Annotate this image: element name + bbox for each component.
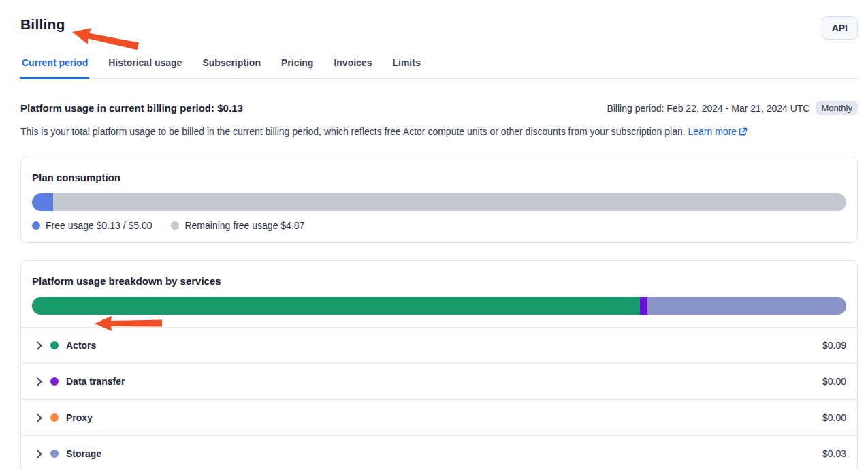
proxy-dot: [50, 413, 59, 422]
api-button[interactable]: API: [822, 16, 858, 40]
service-amount: $0.00: [822, 412, 846, 423]
breakdown-segment-data-transfer: [640, 297, 647, 315]
service-row-proxy[interactable]: Proxy $0.00: [21, 399, 857, 435]
service-row-storage[interactable]: Storage $0.03: [21, 435, 857, 470]
service-label: Data transfer: [66, 376, 125, 387]
plan-consumption-card: Plan consumption Free usage $0.13 / $5.0…: [20, 157, 858, 243]
chevron-right-icon: [33, 377, 42, 386]
chevron-right-icon: [33, 341, 42, 350]
service-label: Proxy: [66, 412, 93, 423]
service-row-data-transfer[interactable]: Data transfer $0.00: [21, 363, 857, 399]
remaining-usage-dot: [171, 221, 179, 230]
plan-progress-fill: [32, 193, 53, 211]
remaining-usage-label: Remaining free usage $4.87: [184, 220, 304, 231]
breakdown-segment-actors: [32, 297, 640, 315]
service-amount: $0.03: [822, 448, 846, 459]
legend-item-free-usage: Free usage $0.13 / $5.00: [32, 220, 152, 231]
learn-more-link[interactable]: Learn more: [688, 126, 748, 137]
free-usage-dot: [32, 221, 40, 230]
breakdown-segment-storage: [647, 297, 846, 315]
storage-dot: [50, 450, 59, 458]
service-label: Actors: [66, 340, 96, 351]
billing-period-text: Billing period: Feb 22, 2024 - Mar 21, 2…: [607, 103, 809, 114]
usage-description-text: This is your total platform usage to be …: [20, 126, 686, 137]
legend-item-remaining-usage: Remaining free usage $4.87: [171, 220, 304, 231]
page-title: Billing: [20, 16, 65, 33]
tab-invoices[interactable]: Invoices: [332, 57, 373, 79]
chevron-right-icon: [33, 413, 42, 422]
monthly-badge: Monthly: [816, 101, 858, 115]
service-amount: $0.09: [822, 340, 846, 351]
plan-consumption-title: Plan consumption: [32, 168, 846, 183]
breakdown-bar: [32, 297, 846, 315]
tab-current-period[interactable]: Current period: [20, 57, 89, 79]
tab-limits[interactable]: Limits: [391, 57, 421, 79]
plan-legend: Free usage $0.13 / $5.00 Remaining free …: [32, 220, 846, 231]
usage-breakdown-card: Platform usage breakdown by services Act…: [20, 260, 858, 470]
tab-pricing[interactable]: Pricing: [280, 57, 315, 79]
service-label: Storage: [66, 448, 101, 459]
chevron-right-icon: [33, 450, 42, 458]
tab-subscription[interactable]: Subscription: [201, 57, 262, 79]
tab-historical-usage[interactable]: Historical usage: [107, 57, 183, 79]
usage-description: This is your total platform usage to be …: [20, 125, 858, 140]
external-link-icon: [739, 126, 748, 140]
data-transfer-dot: [50, 377, 59, 386]
actors-dot: [50, 341, 59, 349]
free-usage-label: Free usage $0.13 / $5.00: [46, 220, 152, 231]
plan-progress-bar: [32, 193, 846, 211]
service-row-actors[interactable]: Actors $0.09: [21, 327, 857, 363]
usage-summary-heading: Platform usage in current billing period…: [20, 102, 243, 114]
page-header: Billing API: [20, 16, 858, 40]
tab-bar: Current period Historical usage Subscrip…: [20, 57, 858, 79]
service-amount: $0.00: [822, 376, 846, 387]
usage-breakdown-title: Platform usage breakdown by services: [32, 272, 846, 287]
